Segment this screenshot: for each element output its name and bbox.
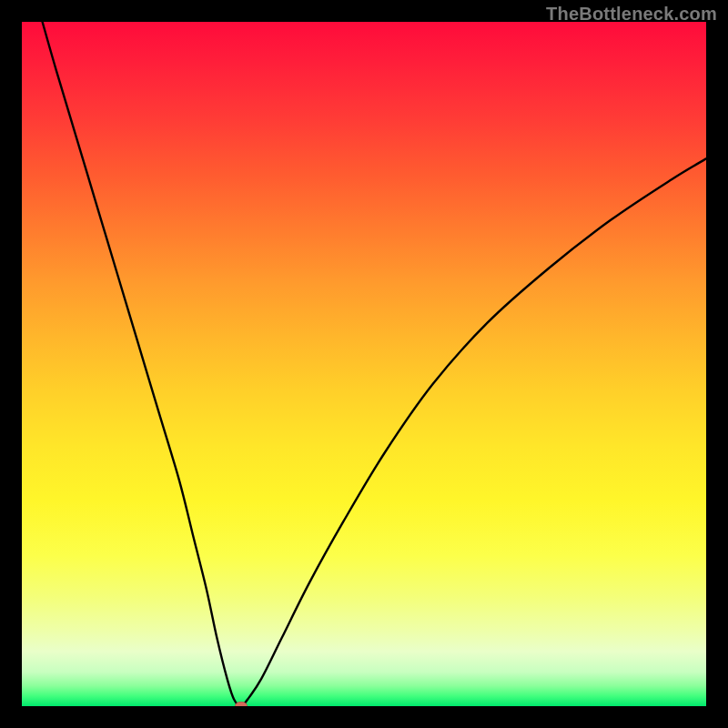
chart-stage: TheBottleneck.com [0,0,728,728]
minimum-marker-icon [235,702,248,706]
bottleneck-curve [22,22,706,706]
plot-area [22,22,706,706]
watermark-text: TheBottleneck.com [546,4,717,25]
